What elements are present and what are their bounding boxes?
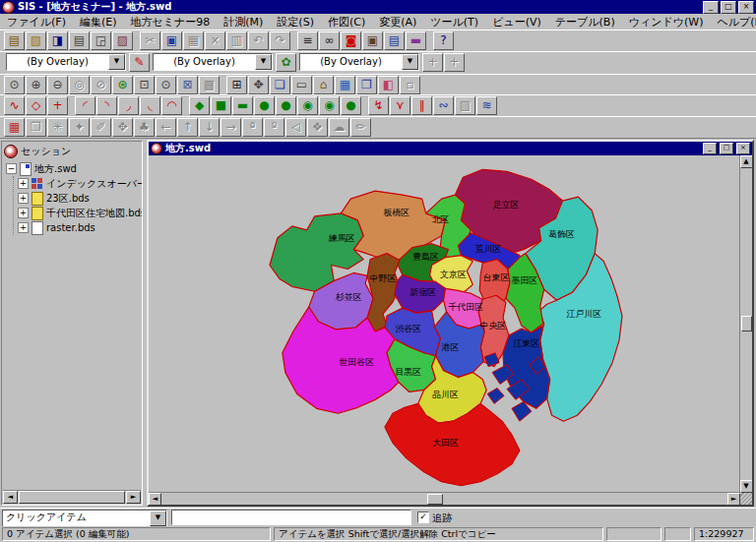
zoom-rectangle-icon[interactable]: ⊠	[177, 76, 198, 94]
tree-collapse-icon[interactable]: −	[6, 163, 17, 174]
zoom-out-icon[interactable]: ⊖	[47, 76, 68, 94]
session-panel-hscrollbar[interactable]: ◄ ►	[3, 490, 141, 504]
home-view-icon[interactable]: ⌂	[313, 76, 334, 94]
job-bag-icon[interactable]: ◙	[341, 31, 361, 50]
overlay-properties-icon[interactable]: ▣	[362, 31, 383, 50]
new-window-icon[interactable]: ❏	[270, 76, 290, 94]
menu-item-11[interactable]: ヘルプ(H)	[710, 14, 756, 30]
cascade-windows-icon[interactable]: ❐	[356, 76, 377, 94]
zoom-in-icon[interactable]: ⊕	[26, 76, 46, 94]
insert-section-icon[interactable]: ∥	[411, 96, 432, 115]
tree-item[interactable]: +インデックスオーバーレイ	[18, 176, 142, 191]
draw-circle-radius-icon[interactable]: ◉	[319, 96, 340, 115]
mdi-maximize-button[interactable]: □	[720, 143, 733, 154]
raster-paint-icon[interactable]: ▦	[4, 118, 25, 137]
item-properties-icon[interactable]: ▤	[384, 31, 405, 50]
landfill-island[interactable]	[487, 388, 504, 403]
tree-item[interactable]: +23区.bds	[18, 191, 142, 206]
copy-icon[interactable]: ▣	[161, 31, 182, 50]
menu-item-0[interactable]: ファイル(F)	[0, 14, 73, 30]
draw-ellipse-icon[interactable]: ▬	[232, 96, 253, 115]
brush-style-combo[interactable]: (By Overlay) ▼	[153, 53, 273, 71]
scroll-right-icon[interactable]: ►	[126, 491, 141, 504]
menu-item-7[interactable]: ツール(T)	[423, 14, 485, 30]
close-window-icon[interactable]: ◧	[378, 76, 399, 94]
scrollbar-thumb[interactable]	[427, 494, 443, 505]
page-setup-icon[interactable]: ▨	[112, 31, 133, 50]
line-style-button[interactable]: ✎	[129, 53, 150, 72]
close-button[interactable]: ×	[738, 1, 754, 14]
draw-polygon-icon[interactable]: ◇	[26, 96, 46, 115]
open-icon[interactable]: ▧	[26, 31, 46, 50]
menu-item-3[interactable]: 計測(M)	[217, 14, 270, 30]
draw-circle-center-icon[interactable]: ◉	[297, 96, 318, 115]
print-preview-icon[interactable]: ◲	[91, 31, 111, 50]
symbol-style-combo[interactable]: (By Overlay) ▼	[299, 53, 419, 71]
new-session-icon[interactable]: ▤	[4, 31, 25, 50]
menu-item-8[interactable]: ビュー(V)	[485, 14, 548, 30]
tree-item-session-root[interactable]: − 地方.swd	[6, 161, 142, 176]
pen-style-combo[interactable]: (By Overlay) ▼	[6, 53, 126, 71]
notebook-icon[interactable]: ▬	[406, 31, 426, 50]
scrollbar-thumb[interactable]	[19, 491, 125, 504]
scroll-down-icon[interactable]: ▼	[740, 480, 753, 493]
mdi-minimize-button[interactable]: _	[703, 143, 717, 154]
tokyo-wards-map[interactable]: 足立区葛飾区江戸川区板橋区練馬区北区荒川区豊島区文京区台東区墨田区杉並区中野区新…	[150, 156, 741, 495]
edit-vertex-icon[interactable]: ↯	[368, 96, 389, 115]
draw-arc-radius-icon[interactable]: ◟	[140, 96, 160, 115]
scroll-left-icon[interactable]: ◄	[149, 493, 161, 506]
draw-point-icon[interactable]: +	[47, 96, 68, 115]
menu-item-2[interactable]: 地方セミナー98	[124, 14, 218, 30]
draw-circle-2pt-icon[interactable]: ●	[254, 96, 275, 115]
fill-style-button[interactable]: ✿	[276, 53, 296, 72]
track-checkbox[interactable]: ✓	[417, 512, 429, 523]
map-hscrollbar[interactable]: ◄ ►	[149, 492, 740, 505]
save-icon[interactable]: ◨	[47, 31, 68, 50]
zoom-extents-icon[interactable]: ⊛	[112, 76, 133, 94]
pan-icon[interactable]: ✥	[248, 76, 269, 94]
menu-item-10[interactable]: ウィンドウ(W)	[622, 14, 711, 30]
draw-arc-mid-icon[interactable]: ◝	[96, 96, 117, 115]
find-icon[interactable]: ∞	[319, 31, 340, 50]
draw-blob-icon[interactable]: ●	[341, 96, 361, 115]
chevron-down-icon[interactable]: ▼	[402, 54, 418, 70]
tree-expand-icon[interactable]: +	[18, 222, 29, 233]
draw-rectangle-icon[interactable]: ■	[211, 96, 231, 115]
menu-item-6[interactable]: 変更(A)	[372, 14, 423, 30]
scroll-left-icon[interactable]: ◄	[3, 491, 18, 504]
chevron-down-icon[interactable]: ▼	[255, 54, 272, 70]
mdi-close-button[interactable]: ×	[736, 143, 750, 154]
draw-circle-3pt-icon[interactable]: ●	[276, 96, 296, 115]
map-window-titlebar[interactable]: 地方.swd _ □ ×	[149, 142, 752, 155]
minimize-button[interactable]: _	[703, 1, 719, 14]
draw-area-icon[interactable]: ◆	[189, 96, 210, 115]
menu-item-4[interactable]: 設定(S)	[270, 14, 321, 30]
select-rect-icon[interactable]: ▭	[291, 76, 312, 94]
tree-item[interactable]: +千代田区住宅地図.bds	[18, 206, 142, 220]
tree-item[interactable]: +raster.bds	[18, 220, 142, 235]
zoom-dataset-icon[interactable]: ⊡	[134, 76, 155, 94]
map-vscrollbar[interactable]: ▲ ▼	[739, 155, 752, 493]
chevron-down-icon[interactable]: ▼	[108, 54, 125, 70]
map-viewport[interactable]: 足立区葛飾区江戸川区板橋区練馬区北区荒川区豊島区文京区台東区墨田区杉並区中野区新…	[149, 155, 752, 505]
scroll-up-icon[interactable]: ▲	[740, 155, 753, 168]
draw-arc-end-icon[interactable]: ◞	[118, 96, 139, 115]
maximize-button[interactable]: □	[721, 1, 736, 14]
overlay-control-icon[interactable]: ⊞	[226, 76, 247, 94]
expression-input[interactable]	[171, 510, 411, 525]
chevron-down-icon[interactable]: ▼	[150, 511, 166, 526]
zoom-icon[interactable]: ⊙	[4, 76, 25, 94]
text-item-icon[interactable]: ≋	[476, 96, 497, 115]
interaction-mode-combo[interactable]: クリックアイテム ▼	[2, 510, 167, 527]
draw-polyline-icon[interactable]: ∿	[4, 96, 25, 115]
zoom-scale-icon[interactable]: ⊙	[156, 76, 176, 94]
draw-arc-angle-icon[interactable]: ◠	[161, 96, 182, 115]
draw-spline-icon[interactable]: ∾	[433, 96, 454, 115]
help-icon[interactable]: ?	[433, 31, 454, 50]
tree-expand-icon[interactable]: +	[18, 208, 29, 218]
print-icon[interactable]: ▤	[69, 31, 90, 50]
menu-item-5[interactable]: 作図(C)	[321, 14, 372, 30]
tree-expand-icon[interactable]: +	[18, 193, 29, 204]
draw-arc-start-icon[interactable]: ◜	[75, 96, 95, 115]
scroll-right-icon[interactable]: ►	[727, 493, 740, 506]
